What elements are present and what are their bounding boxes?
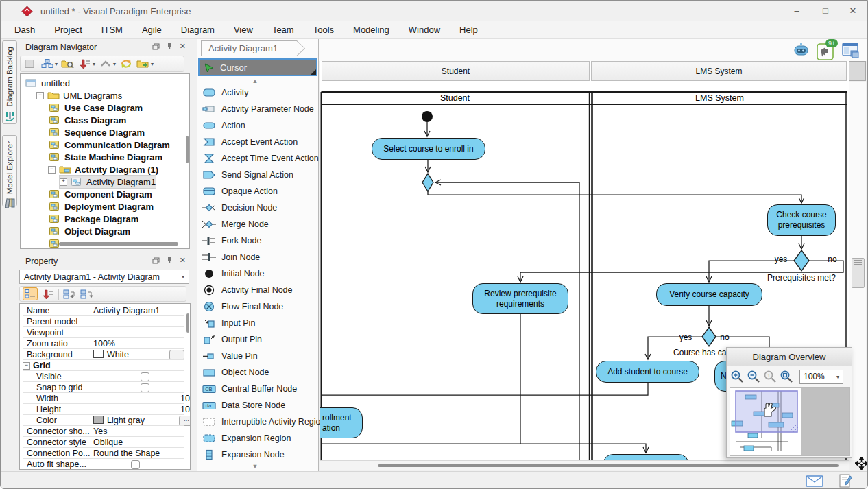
palette-object-node[interactable]: Object Node xyxy=(198,364,317,381)
property-target-select[interactable]: Activity Diagram1 - Activity Diagram▾ xyxy=(19,270,189,284)
ellipsis-button[interactable]: ... xyxy=(169,350,184,360)
zoom-in-icon[interactable] xyxy=(730,370,745,383)
pin-icon[interactable] xyxy=(167,257,173,264)
menu-project[interactable]: Project xyxy=(45,21,91,39)
collapse-all-icon[interactable] xyxy=(80,289,93,300)
menu-itsm[interactable]: ITSM xyxy=(92,21,132,39)
tab-diagram-backlog[interactable]: Diagram Backlog xyxy=(2,40,17,124)
find-diagram-icon[interactable] xyxy=(61,58,75,69)
tab-model-explorer[interactable]: Model Explorer xyxy=(2,135,17,206)
initial-node[interactable] xyxy=(422,111,433,122)
tree-item-class-diagram[interactable]: Class Diagram xyxy=(48,114,126,126)
palette-activity-final-node[interactable]: Activity Final Node xyxy=(198,282,317,298)
expand-all-icon[interactable] xyxy=(62,289,76,300)
lane-title-lms-system[interactable]: LMS System xyxy=(592,93,847,104)
tree-item-state-machine-diagram[interactable]: State Machine Diagram xyxy=(48,151,162,163)
group-toggle-icon[interactable]: − xyxy=(23,362,30,370)
tree-toggle-icon[interactable]: + xyxy=(60,178,67,186)
tree-hscrollbar[interactable] xyxy=(59,242,178,246)
ai-assistant-icon[interactable] xyxy=(793,42,810,58)
open-folder-icon[interactable]: ▾ xyxy=(136,58,154,69)
actual-size-icon[interactable]: 1 xyxy=(763,370,777,383)
menu-modeling[interactable]: Modeling xyxy=(343,21,399,39)
float-panel-icon[interactable] xyxy=(152,257,160,264)
mail-icon[interactable] xyxy=(806,475,823,487)
action-review-prerequisite-requirements[interactable]: Review prerequisiterequirements xyxy=(472,283,568,314)
overview-zoom-select[interactable]: 100%▾ xyxy=(799,370,843,384)
maximize-button[interactable]: □ xyxy=(815,3,836,19)
tree-item-deployment-diagram[interactable]: Deployment Diagram xyxy=(48,200,154,213)
palette-expansion-node[interactable]: Expansion Node xyxy=(198,446,317,463)
tree-item-untitled[interactable]: untitled xyxy=(25,77,70,89)
property-value[interactable]: White xyxy=(93,350,129,359)
minimize-button[interactable]: – xyxy=(786,3,807,19)
action-add-student-to-course[interactable]: Add student to course xyxy=(596,361,699,383)
palette-value-pin[interactable]: Value Pin xyxy=(198,348,317,364)
refresh-icon[interactable] xyxy=(119,58,133,69)
checkbox[interactable] xyxy=(141,372,149,381)
diagram-overview-title[interactable]: Diagram Overview xyxy=(727,348,852,366)
announcements-icon[interactable]: 9+ xyxy=(817,42,835,60)
menu-agile[interactable]: Agile xyxy=(132,21,171,39)
vscroll-thumb[interactable] xyxy=(852,258,865,288)
tree-item-uml-diagrams[interactable]: −UML Diagrams xyxy=(36,89,122,102)
lane-title-student[interactable]: Student xyxy=(321,93,589,104)
decision-node[interactable] xyxy=(422,174,433,191)
notes-icon[interactable] xyxy=(839,473,852,488)
menu-dash[interactable]: Dash xyxy=(5,21,45,39)
menu-help[interactable]: Help xyxy=(450,21,487,39)
group-by-category-icon[interactable]: ▾ xyxy=(40,58,58,69)
palette-join-node[interactable]: Join Node xyxy=(198,249,317,265)
collapse-icon[interactable]: ▾ xyxy=(99,58,116,69)
action-select-course-to-enroll-in[interactable]: Select course to enroll in xyxy=(372,138,485,160)
decision-node[interactable] xyxy=(702,327,716,346)
property-value[interactable]: Round the Shape xyxy=(93,449,160,458)
new-diagram-icon[interactable] xyxy=(23,58,37,69)
decision-node[interactable] xyxy=(794,250,809,271)
menu-team[interactable]: Team xyxy=(263,21,304,39)
palette-decision-node[interactable]: Decision Node xyxy=(198,200,317,216)
palette-opaque-action[interactable]: Opaque Action xyxy=(198,183,317,200)
palette-merge-node[interactable]: Merge Node xyxy=(198,216,317,232)
tree-item-activity-diagram-1[interactable]: −Activity Diagram (1) xyxy=(48,163,158,176)
property-value[interactable]: 10 xyxy=(180,394,190,403)
tree-vscrollbar[interactable] xyxy=(186,136,189,163)
palette-accept-time-event-action[interactable]: Accept Time Event Action xyxy=(198,150,317,167)
palette-action[interactable]: Action xyxy=(198,117,317,134)
hscroll-thumb[interactable] xyxy=(378,464,839,467)
pin-icon[interactable] xyxy=(167,43,173,50)
palette-cursor-tool[interactable]: Cursor xyxy=(198,58,317,76)
sort-icon[interactable]: ▾ xyxy=(78,58,95,69)
tree-item-communication-diagram[interactable]: Communication Diagram xyxy=(48,139,170,151)
palette-initial-node[interactable]: Initial Node xyxy=(198,265,317,282)
menu-window[interactable]: Window xyxy=(399,21,450,39)
palette-data-store-node[interactable]: daData Store Node xyxy=(198,397,317,414)
property-value[interactable]: Light gray xyxy=(93,416,145,425)
property-value[interactable]: 100% xyxy=(93,339,115,348)
menu-view[interactable]: View xyxy=(224,21,263,39)
tab-activity-diagram1[interactable]: Activity Diagram1 xyxy=(201,40,305,56)
palette-accept-event-action[interactable]: Accept Event Action xyxy=(198,134,317,150)
sort-alphabetic-icon[interactable] xyxy=(41,289,55,300)
float-panel-icon[interactable] xyxy=(152,43,160,50)
property-value[interactable]: Yes xyxy=(93,427,107,436)
canvas-hscrollbar[interactable] xyxy=(320,460,849,470)
tree-toggle-icon[interactable]: − xyxy=(48,166,56,174)
property-value[interactable]: Oblique xyxy=(93,438,123,447)
pan-mode-icon[interactable] xyxy=(855,457,868,470)
palette-send-signal-action[interactable]: Send Signal Action xyxy=(198,167,317,183)
action-verify-course-capacity[interactable]: Verify course capacity xyxy=(656,283,762,306)
tree-item-sequence-diagram[interactable]: Sequence Diagram xyxy=(48,126,145,139)
property-value[interactable]: Activity Diagram1 xyxy=(93,306,160,315)
checkbox[interactable] xyxy=(131,460,140,469)
action-check-course-prerequisites[interactable]: Check courseprerequisites xyxy=(767,204,836,236)
menu-diagram[interactable]: Diagram xyxy=(171,21,224,39)
palette-activity[interactable]: Activity xyxy=(198,84,317,101)
tree-toggle-icon[interactable]: − xyxy=(36,92,44,99)
palette-flow-final-node[interactable]: Flow Final Node xyxy=(198,298,317,315)
zoom-out-icon[interactable] xyxy=(747,370,761,383)
palette-fork-node[interactable]: Fork Node xyxy=(198,232,317,249)
close-panel-icon[interactable]: ✕ xyxy=(180,256,186,265)
action-rollment-ation[interactable]: rollmentation xyxy=(320,407,363,438)
palette-activity-parameter-node[interactable]: Activity Parameter Node xyxy=(198,101,317,117)
